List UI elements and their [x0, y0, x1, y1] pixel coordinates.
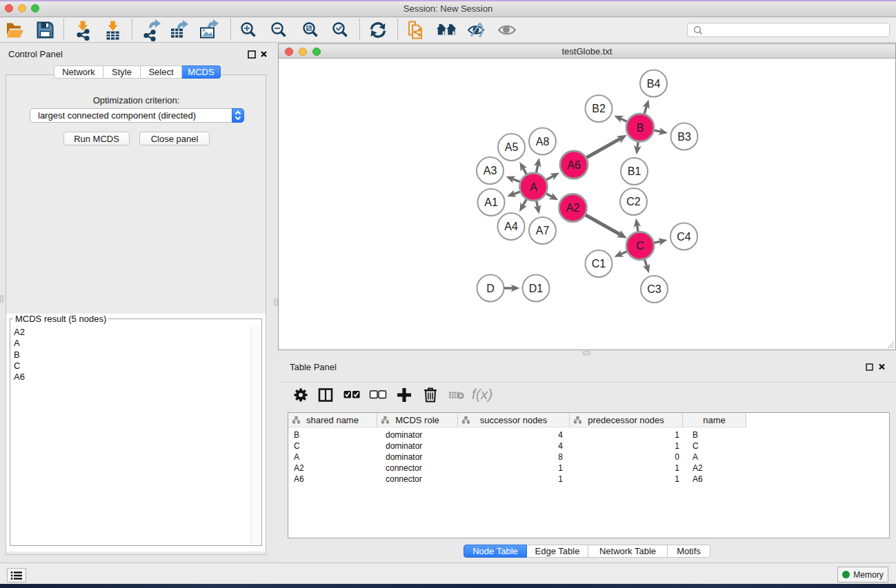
svg-text:B3: B3 [677, 131, 691, 143]
svg-text:A: A [530, 181, 537, 193]
svg-text:B4: B4 [647, 78, 661, 90]
svg-text:A6: A6 [567, 159, 581, 171]
svg-text:A4: A4 [504, 221, 518, 232]
svg-text:A8: A8 [536, 136, 550, 148]
svg-text:D1: D1 [529, 283, 544, 294]
svg-text:A2: A2 [566, 202, 580, 214]
svg-text:C: C [636, 240, 644, 252]
svg-text:A3: A3 [484, 165, 497, 176]
svg-text:A1: A1 [484, 196, 498, 208]
svg-text:B: B [637, 122, 644, 134]
svg-text:D: D [486, 283, 495, 294]
svg-text:C2: C2 [626, 196, 641, 207]
svg-text:C4: C4 [677, 231, 691, 243]
svg-text:C3: C3 [647, 283, 661, 295]
svg-text:B2: B2 [592, 103, 606, 114]
svg-text:f(x): f(x) [472, 386, 492, 402]
svg-text:C1: C1 [592, 258, 606, 270]
svg-text:A7: A7 [536, 225, 550, 236]
svg-text:A5: A5 [505, 141, 519, 153]
svg-text:B1: B1 [628, 165, 641, 177]
